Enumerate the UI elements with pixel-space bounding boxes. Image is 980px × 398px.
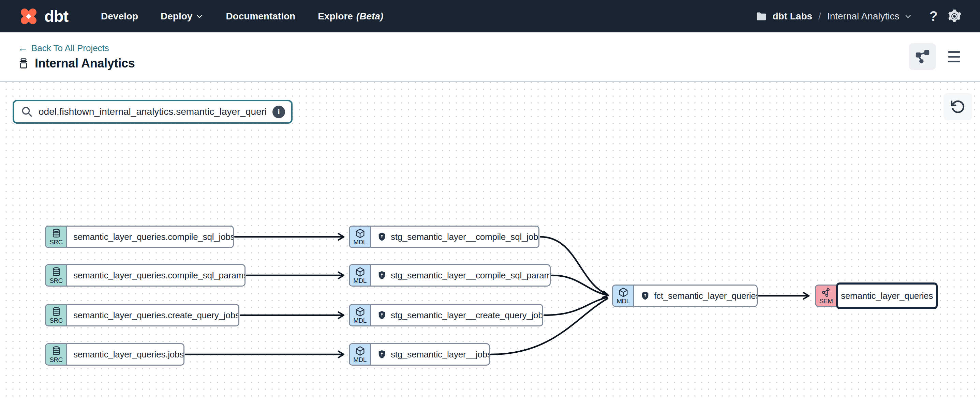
nav-develop[interactable]: Develop: [101, 11, 138, 22]
contract-shield-icon: [377, 350, 387, 359]
chevron-down-icon: [196, 13, 203, 20]
account-project-switcher[interactable]: dbt Labs / Internal Analytics: [755, 10, 912, 22]
menu-hamburger-icon[interactable]: [946, 49, 962, 64]
node-label: fct_semantic_layer_queries: [654, 291, 758, 301]
nav-links: Develop Deploy Documentation Explore (Be…: [101, 11, 383, 22]
node-badge: MDL: [353, 277, 367, 284]
dag-node-model-stg-compile-sql-params[interactable]: MDL stg_semantic_layer__compile_sql_para…: [349, 264, 551, 287]
account-name: dbt Labs: [772, 11, 812, 22]
node-label: semantic_layer_queries: [841, 291, 933, 301]
node-badge: MDL: [353, 357, 367, 363]
node-badge: MDL: [353, 239, 367, 245]
settings-gear-icon[interactable]: [947, 8, 962, 24]
dag-node-model-stg-compile-sql-jobs[interactable]: MDL stg_semantic_layer__compile_sql_jobs: [349, 225, 539, 248]
database-icon: [51, 346, 61, 356]
nav-deploy[interactable]: Deploy: [161, 11, 203, 22]
back-arrow-icon: ←: [18, 43, 28, 53]
node-badge: SRC: [49, 239, 63, 245]
dag-node-source-compile-sql-jobs[interactable]: SRC semantic_layer_queries.compile_sql_j…: [45, 225, 234, 248]
lineage-dag-icon: [915, 49, 930, 64]
node-badge: SRC: [49, 357, 63, 363]
project-name: Internal Analytics: [827, 11, 899, 22]
database-icon: [51, 307, 61, 317]
semantic-model-icon: [821, 287, 831, 298]
cube-icon: [355, 267, 365, 277]
dag-node-model-fct-semantic-layer-queries[interactable]: MDL fct_semantic_layer_queries: [612, 284, 758, 307]
rotate-ccw-icon: [950, 99, 966, 114]
dag-node-source-create-query-jobs[interactable]: SRC semantic_layer_queries.create_query_…: [45, 304, 239, 327]
search-icon: [21, 106, 33, 118]
lineage-canvas[interactable]: odel.fishtown_internal_analytics.semanti…: [0, 82, 980, 397]
cube-icon: [355, 228, 365, 238]
top-nav: dbt Develop Deploy Documentation Explore…: [0, 0, 980, 32]
chevron-down-icon: [904, 13, 912, 20]
contract-shield-icon: [377, 271, 387, 280]
cube-icon: [618, 287, 628, 298]
search-input[interactable]: odel.fishtown_internal_analytics.semanti…: [13, 100, 293, 124]
database-icon: [51, 228, 61, 238]
back-to-all-projects-link[interactable]: ← Back To All Projects: [18, 43, 135, 54]
node-label: stg_semantic_layer__jobs: [391, 349, 490, 360]
node-label: semantic_layer_queries.compile_sql_jobs: [73, 232, 234, 242]
reset-view-button[interactable]: [943, 93, 972, 120]
nav-documentation[interactable]: Documentation: [226, 11, 295, 22]
dag-node-model-stg-jobs[interactable]: MDL stg_semantic_layer__jobs: [349, 343, 490, 366]
node-badge: MDL: [353, 317, 367, 324]
dag-node-source-jobs[interactable]: SRC semantic_layer_queries.jobs: [45, 343, 185, 366]
project-icon: [18, 57, 29, 69]
dbt-logo[interactable]: dbt: [18, 5, 68, 27]
dag-node-model-stg-create-query-jobs[interactable]: MDL stg_semantic_layer__create_query_job…: [349, 304, 543, 327]
node-badge: MDL: [617, 298, 630, 304]
node-badge: SEM: [819, 298, 833, 304]
search-value: odel.fishtown_internal_analytics.semanti…: [38, 106, 267, 117]
node-badge: SRC: [49, 277, 63, 284]
nav-explore[interactable]: Explore (Beta): [318, 11, 383, 22]
nav-right: dbt Labs / Internal Analytics ?: [755, 8, 962, 24]
node-label: stg_semantic_layer__create_query_jobs: [391, 310, 543, 321]
cube-icon: [355, 307, 365, 317]
info-icon[interactable]: i: [272, 106, 285, 118]
page-header: ← Back To All Projects Internal Analytic…: [0, 32, 980, 82]
node-label: stg_semantic_layer__compile_sql_jobs: [391, 232, 539, 242]
dag-node-semantic-layer-queries[interactable]: SEM semantic_layer_queries: [815, 282, 938, 309]
node-label: semantic_layer_queries.jobs: [73, 349, 184, 360]
lineage-view-button[interactable]: [909, 43, 935, 70]
dbt-logo-icon: [18, 5, 40, 27]
node-label: semantic_layer_queries.compile_sql_param…: [73, 270, 245, 281]
help-icon[interactable]: ?: [929, 8, 938, 24]
contract-shield-icon: [377, 232, 387, 242]
cube-icon: [355, 346, 365, 356]
node-badge: SRC: [49, 317, 63, 324]
breadcrumb-separator: /: [818, 11, 821, 22]
page-title: Internal Analytics: [35, 56, 135, 71]
folder-icon: [755, 10, 768, 22]
database-icon: [51, 267, 61, 277]
dag-node-source-compile-sql-params[interactable]: SRC semantic_layer_queries.compile_sql_p…: [45, 264, 245, 287]
contract-shield-icon: [640, 291, 650, 301]
node-label: semantic_layer_queries.create_query_jobs: [73, 310, 239, 321]
node-label: stg_semantic_layer__compile_sql_params: [391, 270, 551, 281]
brand-wordmark: dbt: [45, 8, 68, 24]
contract-shield-icon: [377, 311, 387, 320]
